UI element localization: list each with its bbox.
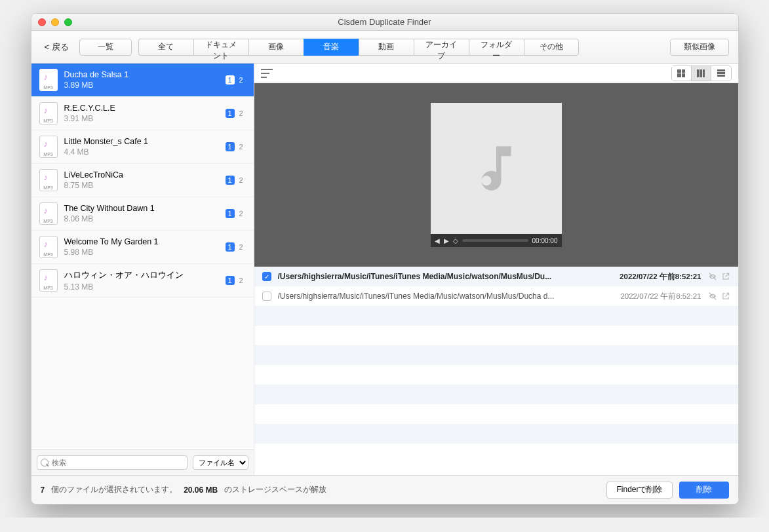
toolbar: < 戻る 一覧 全てドキュメント画像音楽動画アーカイブフォルダーその他 類似画像 (31, 31, 738, 64)
list-item[interactable]: ♪ハロウィン・オア・ハロウイン5.13 MB12 (31, 264, 254, 297)
status-bar: 7 個のファイルが選択されています。 20.06 MB のストレージスペースが解… (31, 475, 738, 504)
tab-1[interactable]: ドキュメント (193, 39, 248, 56)
mp3-file-icon: ♪ (39, 169, 58, 191)
file-name: Ducha de Salsa 1 (64, 70, 219, 79)
count-total-badge: 2 (237, 209, 246, 218)
titlebar: Cisdem Duplicate Finder (31, 14, 738, 31)
tab-6[interactable]: フォルダー (469, 39, 524, 56)
preview-area: ◀ ▶ ◇ 00:00:00 (254, 83, 738, 267)
empty-row (254, 306, 738, 326)
hidden-icon[interactable] (708, 272, 717, 281)
count-total-badge: 2 (237, 142, 246, 151)
selected-count: 7 (41, 485, 45, 495)
view-mode-segment (671, 66, 732, 81)
duplicate-row[interactable]: ✓/Users/highsierra/Music/iTunes/iTunes M… (254, 267, 738, 286)
sort-select[interactable]: ファイル名 (193, 455, 248, 470)
marker-icon: ◇ (453, 237, 458, 244)
file-size: 8.06 MB (64, 214, 219, 223)
audio-player[interactable]: ◀ ▶ ◇ 00:00:00 (431, 234, 562, 247)
count-selected-badge: 1 (226, 109, 235, 118)
count-total-badge: 2 (237, 276, 246, 285)
file-path: /Users/highsierra/Music/iTunes/iTunes Me… (278, 292, 614, 301)
back-button[interactable]: < 戻る (41, 39, 73, 56)
view-grid-button[interactable] (672, 66, 692, 81)
freed-size: 20.06 MB (184, 485, 218, 495)
empty-row (254, 424, 738, 444)
empty-row (254, 326, 738, 345)
search-input-wrap (37, 455, 187, 470)
seek-track[interactable] (462, 239, 528, 242)
row-checkbox[interactable]: ✓ (262, 272, 271, 281)
window-title: Cisdem Duplicate Finder (31, 17, 738, 27)
mp3-file-icon: ♪ (39, 236, 58, 258)
tab-5[interactable]: アーカイブ (414, 39, 469, 56)
file-name: ハロウィン・オア・ハロウイン (64, 270, 219, 281)
mp3-file-icon: ♪ (39, 102, 58, 124)
file-size: 3.89 MB (64, 81, 219, 90)
mp3-file-icon: ♪ (39, 202, 58, 225)
list-item[interactable]: ♪Little Monster_s Cafe 14.4 MB12 (31, 130, 254, 164)
file-size: 4.4 MB (64, 147, 219, 157)
file-size: 5.98 MB (64, 248, 219, 257)
file-name: Little Monster_s Cafe 1 (64, 137, 219, 146)
freed-size-suffix: のストレージスペースが解放 (224, 484, 326, 495)
file-date: 2022/07/22 午前8:52:21 (620, 272, 701, 282)
file-date: 2022/07/22 午前8:52:21 (620, 292, 701, 301)
count-selected-badge: 1 (226, 276, 235, 285)
main-body: ♪Ducha de Salsa 13.89 MB12♪R.E.C.Y.C.L.E… (31, 64, 738, 475)
count-total-badge: 2 (237, 75, 246, 85)
duplicate-row[interactable]: /Users/highsierra/Music/iTunes/iTunes Me… (254, 286, 738, 306)
file-size: 3.91 MB (64, 114, 219, 123)
main-panel: ◀ ▶ ◇ 00:00:00 ✓/Users/highsierra/Music/… (254, 64, 738, 475)
count-selected-badge: 1 (226, 142, 235, 151)
empty-row (254, 404, 738, 424)
similar-images-button[interactable]: 類似画像 (670, 39, 729, 56)
list-item[interactable]: ♪LiVeLecTroNiCa8.75 MB12 (31, 164, 254, 197)
list-item[interactable]: ♪Welcome To My Garden 15.98 MB12 (31, 231, 254, 264)
open-external-icon[interactable] (721, 272, 730, 281)
main-toolbar (254, 64, 738, 83)
play-icon[interactable]: ▶ (444, 237, 449, 244)
list-item[interactable]: ♪Ducha de Salsa 13.89 MB12 (31, 64, 254, 97)
file-path: /Users/highsierra/Music/iTunes/iTunes Me… (278, 272, 614, 281)
open-external-icon[interactable] (721, 292, 730, 301)
empty-row (254, 345, 738, 365)
file-size: 8.75 MB (64, 181, 219, 190)
row-checkbox[interactable] (262, 292, 271, 301)
list-item[interactable]: ♪The City Without Dawn 18.06 MB12 (31, 197, 254, 231)
file-name: R.E.C.Y.C.L.E (64, 104, 219, 113)
search-input[interactable] (37, 455, 187, 470)
sidebar-footer: ファイル名 (31, 449, 254, 475)
count-total-badge: 2 (237, 109, 246, 118)
tab-3[interactable]: 音楽 (304, 39, 359, 56)
duplicate-list: ✓/Users/highsierra/Music/iTunes/iTunes M… (254, 267, 738, 475)
preview-card: ◀ ▶ ◇ 00:00:00 (431, 103, 562, 247)
view-columns-button[interactable] (692, 66, 711, 81)
count-selected-badge: 1 (226, 209, 235, 218)
music-note-icon (467, 139, 526, 198)
file-name: Welcome To My Garden 1 (64, 237, 219, 246)
app-window: Cisdem Duplicate Finder < 戻る 一覧 全てドキュメント… (31, 13, 739, 504)
tab-0[interactable]: 全て (138, 39, 193, 56)
tab-4[interactable]: 動画 (359, 39, 414, 56)
sort-icon[interactable] (261, 69, 273, 78)
volume-icon[interactable]: ◀ (435, 237, 440, 244)
time-label: 00:00:00 (532, 237, 558, 244)
mp3-file-icon: ♪ (39, 269, 58, 292)
list-item[interactable]: ♪R.E.C.Y.C.L.E3.91 MB12 (31, 97, 254, 130)
tab-7[interactable]: その他 (524, 39, 579, 56)
overview-button[interactable]: 一覧 (79, 39, 132, 56)
view-list-button[interactable] (711, 66, 731, 81)
empty-row (254, 385, 738, 404)
mp3-file-icon: ♪ (39, 69, 58, 91)
delete-in-finder-button[interactable]: Finderで削除 (606, 482, 672, 499)
tab-2[interactable]: 画像 (248, 39, 304, 56)
hidden-icon[interactable] (708, 292, 717, 301)
category-tabs: 全てドキュメント画像音楽動画アーカイブフォルダーその他 (138, 39, 579, 56)
count-total-badge: 2 (237, 176, 246, 185)
delete-button[interactable]: 削除 (679, 482, 729, 499)
empty-row (254, 444, 738, 463)
mp3-file-icon: ♪ (39, 136, 58, 158)
album-art-placeholder (431, 103, 562, 234)
count-selected-badge: 1 (226, 75, 235, 85)
